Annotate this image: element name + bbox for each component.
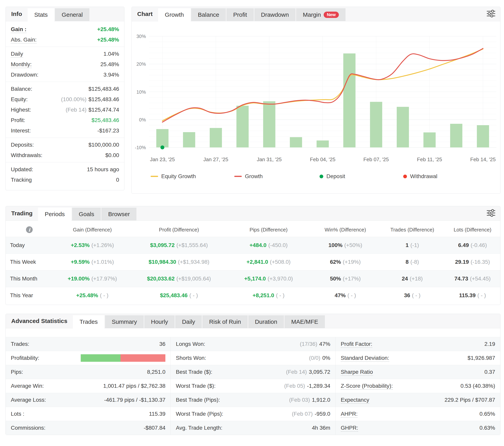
tab-browser[interactable]: Browser [101,208,136,220]
stat-label-text: Commissions: [11,425,45,431]
cell-main-value: 1 [406,242,409,248]
tab-label: Daily [182,319,195,325]
legend-dot-swatch [403,175,407,178]
stat-label: Avg. Trade Length: [176,425,222,431]
cell-main-value: +2.53% [71,242,90,248]
stat-label-text[interactable]: Monthly: [11,61,32,68]
tab-margin[interactable]: MarginNew [296,8,345,21]
info-icon[interactable]: i [26,226,33,233]
legend-item-growth[interactable]: Growth [234,173,318,179]
tab-profit[interactable]: Profit [226,8,253,21]
filter-settings-button[interactable] [486,9,496,18]
stat-label: Balance: [11,86,32,92]
stat-value-text: 0.63% [480,425,495,431]
tab-mae-mfe[interactable]: MAE/MFE [285,315,325,328]
legend-item-deposit[interactable]: Deposit [318,173,402,179]
stat-label-text[interactable]: Standard Deviation: [341,355,389,362]
cell-diff-value: ( - ) [100,292,108,298]
stat-value: 1.04% [104,51,119,57]
daily-bar [290,137,302,147]
tab-daily[interactable]: Daily [175,315,202,328]
tab-periods[interactable]: Periods [38,208,72,220]
stat-label-text: Tracking [11,177,32,183]
tab-balance[interactable]: Balance [191,8,226,21]
tab-hourly[interactable]: Hourly [144,315,175,328]
cell-main-value: +19.00% [68,276,90,282]
stat-label[interactable]: Abs. Gain: [11,36,37,43]
tab-general[interactable]: General [55,8,89,21]
filter-settings-button[interactable] [486,209,496,218]
stat-label-text: Shorts Won: [176,355,206,361]
x-axis-tick: Feb 04, '25 [310,157,335,162]
cell-diff-value: (+54.45) [470,276,491,282]
stats-rows: Gain :+25.48%Abs. Gain:+25.48%Daily1.04%… [6,21,124,185]
column-header-lots-difference: Lots (Difference) [445,227,500,233]
stat-label: Deposits: [11,142,34,148]
tab-drawdown[interactable]: Drawdown [254,8,296,21]
stat-value: 0.37 [484,369,495,375]
stat-label[interactable]: Z-Score (Probability): [341,383,393,389]
cell-diff-value: (-16.35) [471,259,490,265]
tab-growth[interactable]: Growth [158,8,191,21]
stat-label-text[interactable]: Abs. Gain: [11,36,37,43]
tab-label: General [62,11,83,18]
period-cell-lots-difference: 29.19(-16.35) [445,259,500,265]
stat-label-text[interactable]: AHPR: [341,411,358,418]
stat-label[interactable]: Monthly: [11,61,32,68]
daily-bar [236,106,249,147]
stat-value: 0 [116,177,119,183]
stat-label-text[interactable]: Daily [11,51,23,58]
stat-label[interactable]: AHPR: [341,411,358,417]
stat-label-text: Best Trade (Pips): [176,397,220,403]
tab-risk-of-ruin[interactable]: Risk of Ruin [202,315,248,328]
cell-main-value: 62% [330,259,341,265]
tab-trades[interactable]: Trades [73,315,104,328]
stat-label-text[interactable]: Gain : [11,26,26,33]
tab-label: Margin [303,11,321,18]
stat-label[interactable]: GHPR: [341,425,358,431]
stat-value-text: 3,095.72 [309,369,330,375]
tab-stats[interactable]: Stats [28,8,54,21]
stat-value-text: 0% [322,355,330,361]
stat-value-text: 1,001.47 pips / $2,762.38 [103,383,165,389]
cell-diff-value: (+1.01%) [91,259,114,265]
legend-item-withdrawal[interactable]: Withdrawal [402,173,485,179]
stat-label-text[interactable]: Profit Factor: [341,341,372,348]
legend-dot-swatch [320,175,323,178]
stat-value-text: +25.48% [97,26,119,32]
chart-panel: ChartGrowthBalanceProfitDrawdownMarginNe… [131,7,501,194]
stat-label[interactable]: Profit Factor: [341,341,372,347]
periods-table: iGain (Difference)Profit (Difference)Pip… [6,223,500,304]
profitability-bar [81,354,165,362]
stat-label[interactable]: Expectancy [341,397,369,403]
stat-value-prefix: (Feb 05) [284,383,305,389]
stat-label-text[interactable]: Expectancy [341,397,369,404]
stat-label[interactable]: Standard Deviation: [341,355,389,361]
stat-label[interactable]: Daily [11,51,23,57]
stat-label: Profitability: [11,355,39,361]
stat-label-text[interactable]: Z-Score (Probability): [341,383,393,390]
period-cell-win-difference: 47%( - ) [311,292,380,299]
stat-row-worst-trade-pips: Worst Trade (Pips):(Feb 07)-959.0 [171,407,335,421]
cell-diff-value: (+3,970.0) [268,276,293,282]
stat-label-text[interactable]: Sharpe Ratio [341,369,373,376]
tab-goals[interactable]: Goals [72,208,101,220]
stat-label: Profit: [11,117,25,124]
stat-label-text: Average Win: [11,383,44,389]
stat-value-text: 229.2 Pips / $707.87 [445,397,495,403]
stat-value: 115.39 [149,411,165,417]
periods-header-info: i [6,226,53,233]
tab-duration[interactable]: Duration [248,315,284,328]
stat-value: 229.2 Pips / $707.87 [445,397,495,403]
tab-summary[interactable]: Summary [105,315,144,328]
stat-label[interactable]: Gain : [11,26,26,33]
y-axis-tick: 0% [139,117,146,123]
stat-label-text[interactable]: GHPR: [341,425,358,432]
stat-value: 25.48% [100,61,119,68]
legend-line-swatch [234,176,242,177]
tab-label: Trading [11,210,33,217]
stat-label[interactable]: Sharpe Ratio [341,369,373,375]
x-axis-tick: Feb 14, '25 [470,157,496,162]
period-cell-trades-difference: 36( - ) [380,292,445,299]
legend-item-equity-growth[interactable]: Equity Growth [151,173,234,179]
